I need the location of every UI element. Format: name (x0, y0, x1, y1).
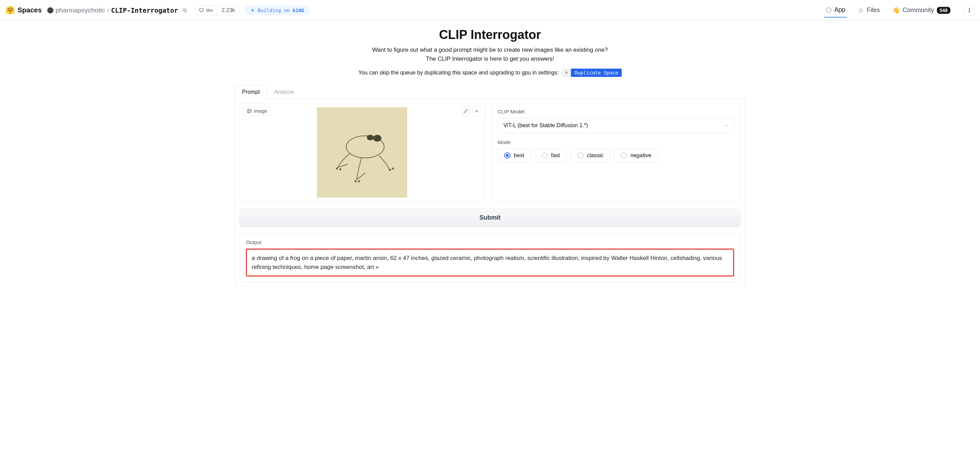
tab-analyze[interactable]: Analyze (267, 85, 301, 99)
nav-community-label: Community (903, 6, 934, 14)
image-label-badge: Image (243, 106, 271, 116)
tab-prompt[interactable]: Prompt (235, 85, 267, 99)
chevron-down-icon (724, 123, 728, 127)
mode-option-negative[interactable]: negative (614, 149, 658, 162)
page-title: CLIP Interrogator (235, 28, 745, 42)
image-label-text: Image (254, 108, 267, 114)
breadcrumb-separator: / (107, 6, 109, 14)
files-icon (858, 7, 864, 13)
duplicate-line: You can skip the queue by duplicating th… (235, 68, 745, 77)
svg-point-3 (969, 10, 970, 11)
heart-icon (199, 8, 204, 13)
spaces-brand[interactable]: 🤗 Spaces (6, 6, 42, 15)
mode-label: Mode (498, 139, 734, 145)
svg-point-2 (969, 8, 970, 9)
hero-line-2: The CLIP Interrogator is here to get you… (235, 54, 745, 64)
image-icon (247, 109, 252, 113)
radio-icon (621, 153, 627, 159)
nav-app-label: App (834, 6, 846, 13)
clear-image-button[interactable] (472, 106, 481, 116)
svg-point-14 (339, 168, 341, 170)
mode-classic-label: classic (587, 153, 603, 159)
close-icon (474, 109, 479, 113)
mode-radio-group: best fast classic negative (498, 149, 734, 162)
duplicate-icon (562, 69, 571, 76)
clip-model-label: CLIP Model (498, 109, 734, 114)
mode-negative-label: negative (630, 153, 651, 159)
pencil-icon (463, 109, 468, 113)
image-actions (461, 106, 481, 116)
svg-rect-9 (317, 107, 407, 197)
cube-icon (826, 7, 832, 13)
radio-icon (541, 153, 547, 159)
svg-point-16 (358, 180, 360, 182)
skip-queue-text: You can skip the queue by duplicating th… (358, 70, 558, 76)
breadcrumb-author[interactable]: pharmapsychotic (56, 6, 105, 14)
settings-panel: CLIP Model ViT-L (best for Stable Diffus… (491, 103, 741, 202)
hero: CLIP Interrogator Want to figure out wha… (235, 28, 745, 77)
svg-point-12 (367, 135, 374, 140)
radio-icon (504, 153, 510, 159)
like-count[interactable]: 2.23k (217, 6, 239, 15)
like-pill: like 2.23k (194, 6, 239, 15)
svg-point-13 (336, 168, 338, 170)
duplicate-badge-label: Duplicate Space (571, 68, 621, 77)
wave-icon: 👋 (892, 6, 900, 14)
tab-panel-prompt: Image (235, 98, 745, 287)
svg-point-8 (248, 110, 249, 111)
edit-image-button[interactable] (461, 106, 470, 116)
hero-line-1: Want to figure out what a good prompt mi… (235, 46, 745, 54)
mode-option-fast[interactable]: fast (535, 149, 566, 162)
like-button[interactable]: like (195, 6, 217, 14)
hardware-badge[interactable]: Building on A10G (245, 6, 309, 15)
output-label: Output (246, 239, 734, 245)
main-content: CLIP Interrogator Want to figure out wha… (221, 21, 759, 294)
like-label: like (206, 8, 213, 13)
hardware-name: A10G (293, 8, 304, 13)
breadcrumb: pharmapsychotic / CLIP-Interrogator (47, 6, 178, 14)
clip-model-value: ViT-L (best for Stable Diffusion 1.*) (503, 122, 588, 129)
spaces-label-text: Spaces (18, 6, 42, 14)
clip-model-select[interactable]: ViT-L (best for Stable Diffusion 1.*) (498, 118, 734, 133)
breadcrumb-space-name[interactable]: CLIP-Interrogator (111, 6, 178, 14)
radio-icon (577, 153, 584, 159)
copy-icon (182, 8, 188, 13)
topbar: 🤗 Spaces pharmapsychotic / CLIP-Interrog… (0, 0, 980, 21)
spaces-emoji-icon: 🤗 (6, 6, 15, 15)
uploaded-image-preview[interactable] (317, 107, 407, 197)
submit-button[interactable]: Submit (239, 208, 741, 227)
mode-option-best[interactable]: best (498, 149, 531, 162)
nav-community[interactable]: 👋 Community 548 (891, 3, 952, 17)
svg-point-11 (373, 135, 381, 142)
more-vertical-icon (967, 8, 972, 13)
mode-option-classic[interactable]: classic (571, 149, 610, 162)
duplicate-space-button[interactable]: Duplicate Space (562, 68, 621, 77)
nav-app[interactable]: App (824, 3, 847, 17)
community-count-badge: 548 (937, 7, 950, 14)
top-row: Image (239, 103, 741, 202)
svg-point-17 (389, 169, 391, 171)
author-avatar-icon[interactable] (47, 7, 53, 13)
frog-sketch-icon (317, 107, 407, 197)
lightning-icon (250, 8, 255, 13)
more-menu-button[interactable] (964, 5, 974, 16)
svg-point-4 (969, 11, 970, 13)
svg-rect-6 (566, 72, 568, 74)
mode-best-label: best (514, 153, 524, 159)
nav-right: App Files 👋 Community 548 (824, 3, 974, 17)
image-input-panel[interactable]: Image (239, 103, 485, 202)
nav-files[interactable]: Files (857, 3, 881, 17)
tabs: Prompt Analyze (235, 85, 745, 99)
svg-point-15 (355, 180, 356, 182)
nav-files-label: Files (867, 6, 880, 14)
mode-fast-label: fast (551, 153, 560, 159)
output-text[interactable]: a drawing of a frog on a piece of paper,… (246, 249, 734, 277)
hardware-prefix: Building on (258, 8, 290, 13)
svg-point-18 (392, 168, 394, 170)
output-panel: Output a drawing of a frog on a piece of… (239, 234, 741, 282)
copy-name-button[interactable] (181, 6, 189, 14)
